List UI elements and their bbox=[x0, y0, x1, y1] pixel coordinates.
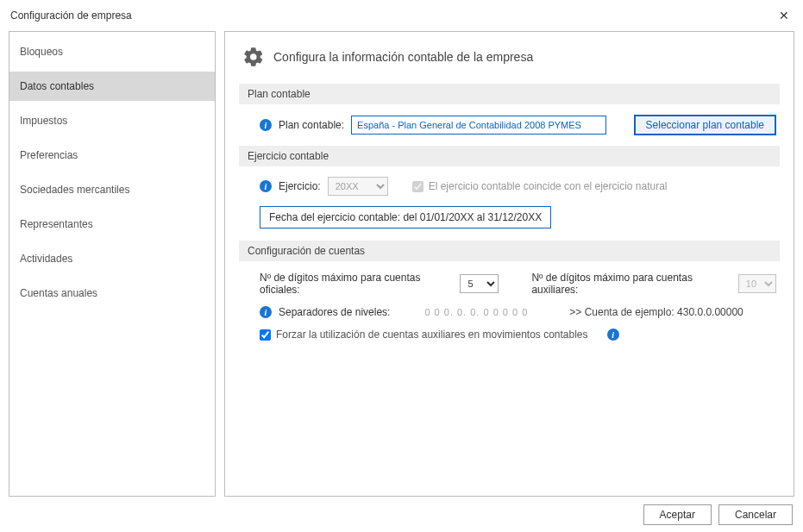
sidebar-item-label: Datos contables bbox=[20, 80, 94, 92]
ejercicio-natural-check-input[interactable] bbox=[412, 181, 423, 192]
sidebar-item-label: Sociedades mercantiles bbox=[20, 184, 129, 196]
sidebar-item-datos-contables[interactable]: Datos contables bbox=[9, 72, 215, 101]
info-icon[interactable]: i bbox=[260, 119, 272, 131]
main-area: Bloqueos Datos contables Impuestos Prefe… bbox=[0, 31, 803, 497]
ejercicio-natural-checkbox[interactable]: El ejercicio contable coincide con el ej… bbox=[412, 180, 668, 192]
panel-title: Configura la información contable de la … bbox=[273, 50, 533, 64]
sidebar-item-label: Cuentas anuales bbox=[20, 287, 97, 299]
info-icon[interactable]: i bbox=[260, 180, 272, 192]
sidebar-item-bloqueos[interactable]: Bloqueos bbox=[9, 37, 215, 66]
section-header-ejercicio: Ejercicio contable bbox=[239, 146, 780, 166]
forzar-row: Forzar la utilización de cuentas auxilia… bbox=[242, 329, 776, 341]
oficiales-label: Nº de dígitos máximo para cuentas oficia… bbox=[260, 272, 453, 296]
forzar-check-label: Forzar la utilización de cuentas auxilia… bbox=[276, 329, 588, 341]
sidebar-item-label: Representantes bbox=[20, 218, 93, 230]
section-header-plan: Plan contable bbox=[239, 84, 780, 104]
sidebar-item-impuestos[interactable]: Impuestos bbox=[9, 106, 215, 135]
plan-input[interactable] bbox=[351, 116, 606, 135]
ejercicio-natural-check-label: El ejercicio contable coincide con el ej… bbox=[429, 180, 668, 192]
ejercicio-label: Ejercicio: bbox=[279, 180, 321, 192]
ejercicio-select[interactable]: 20XX bbox=[328, 177, 388, 196]
ejercicio-row: i Ejercicio: 20XX El ejercicio contable … bbox=[242, 177, 776, 196]
sidebar-item-actividades[interactable]: Actividades bbox=[9, 244, 215, 273]
info-icon[interactable]: i bbox=[607, 329, 619, 341]
separadores-dots: 0 0 0. 0. 0. 0 0 0 0 0 bbox=[424, 307, 528, 317]
cancel-button[interactable]: Cancelar bbox=[718, 504, 793, 525]
forzar-check-input[interactable] bbox=[260, 329, 271, 341]
sidebar-item-cuentas-anuales[interactable]: Cuentas anuales bbox=[9, 279, 215, 308]
sidebar-item-preferencias[interactable]: Preferencias bbox=[9, 141, 215, 170]
aux-select[interactable]: 10 bbox=[738, 274, 776, 293]
digits-row: Nº de dígitos máximo para cuentas oficia… bbox=[242, 272, 776, 296]
sidebar-item-representantes[interactable]: Representantes bbox=[9, 210, 215, 239]
sidebar-item-label: Bloqueos bbox=[20, 46, 63, 58]
section-header-cuentas: Configuración de cuentas bbox=[239, 241, 780, 261]
sidebar-item-label: Preferencias bbox=[20, 149, 78, 161]
example-account: >> Cuenta de ejemplo: 430.0.0.00000 bbox=[569, 306, 743, 318]
select-plan-button[interactable]: Seleccionar plan contable bbox=[634, 115, 776, 135]
content-panel: Configura la información contable de la … bbox=[224, 31, 794, 497]
gear-icon bbox=[242, 46, 265, 68]
panel-header: Configura la información contable de la … bbox=[242, 46, 776, 68]
sidebar-item-label: Impuestos bbox=[20, 115, 67, 127]
aux-label: Nº de dígitos máximo para cuentas auxili… bbox=[531, 272, 731, 296]
sidebar-item-label: Actividades bbox=[20, 253, 72, 265]
titlebar: Configuración de empresa ✕ bbox=[0, 0, 803, 31]
accept-button[interactable]: Aceptar bbox=[643, 504, 712, 525]
close-icon[interactable]: ✕ bbox=[774, 7, 794, 24]
sidebar: Bloqueos Datos contables Impuestos Prefe… bbox=[9, 31, 216, 497]
info-icon[interactable]: i bbox=[260, 306, 272, 318]
oficiales-select[interactable]: 5 bbox=[460, 274, 498, 293]
sidebar-item-sociedades[interactable]: Sociedades mercantiles bbox=[9, 175, 215, 204]
separadores-row: i Separadores de niveles: 0 0 0. 0. 0. 0… bbox=[242, 306, 776, 318]
window-title: Configuración de empresa bbox=[10, 9, 132, 22]
separadores-label: Separadores de niveles: bbox=[279, 306, 390, 318]
footer: Aceptar Cancelar bbox=[643, 504, 793, 525]
forzar-checkbox[interactable]: Forzar la utilización de cuentas auxilia… bbox=[260, 329, 588, 341]
fecha-ejercicio-box: Fecha del ejercicio contable: del 01/01/… bbox=[260, 206, 551, 228]
plan-row: i Plan contable: Seleccionar plan contab… bbox=[242, 115, 776, 135]
plan-label: Plan contable: bbox=[279, 119, 344, 131]
